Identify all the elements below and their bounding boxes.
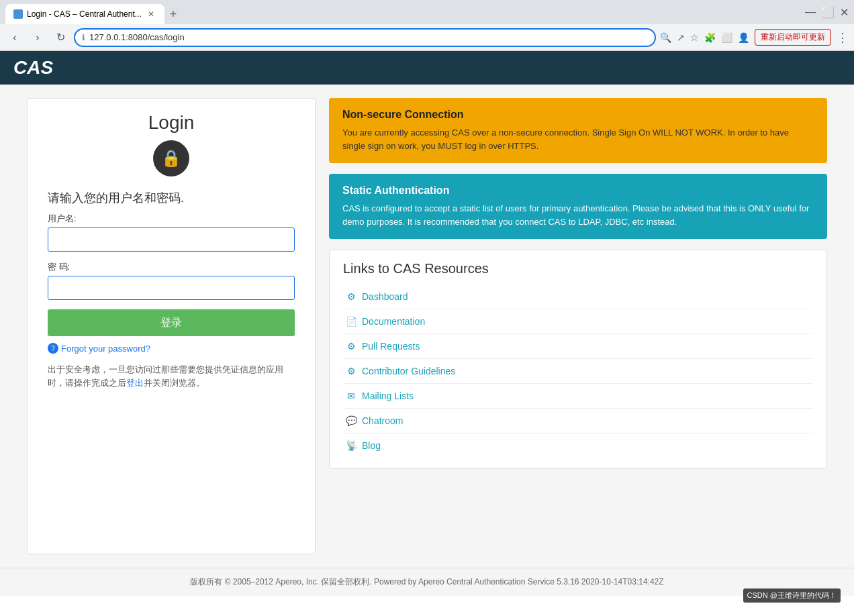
share-icon[interactable]: ↗ bbox=[677, 32, 685, 43]
cas-footer: 版权所有 © 2005–2012 Apereo, Inc. 保留全部权利. Po… bbox=[0, 568, 854, 596]
login-title: Login bbox=[48, 112, 295, 134]
documentation-icon: 📄 bbox=[346, 316, 357, 327]
window-controls: — ⬜ ✕ bbox=[805, 6, 849, 19]
extension-icon[interactable]: 🧩 bbox=[704, 32, 716, 43]
username-label: 用户名: bbox=[48, 213, 295, 225]
tab-close-button[interactable]: ✕ bbox=[146, 9, 156, 19]
browser-menu-button[interactable]: ⋮ bbox=[837, 30, 849, 45]
tab-favicon bbox=[13, 9, 23, 19]
dashboard-link[interactable]: Dashboard bbox=[362, 291, 408, 302]
links-box: Links to CAS Resources ⚙ Dashboard 📄 Doc… bbox=[329, 250, 827, 469]
static-auth-body: CAS is configured to accept a static lis… bbox=[342, 202, 814, 228]
back-button[interactable]: ‹ bbox=[5, 28, 24, 47]
security-note: 出于安全考虑，一旦您访问过那些需要您提供凭证信息的应用时，请操作完成之后登出并关… bbox=[48, 363, 295, 389]
forgot-password-link[interactable]: Forgot your password? bbox=[61, 344, 150, 354]
username-input[interactable] bbox=[48, 227, 295, 252]
blog-icon: 📡 bbox=[346, 440, 357, 451]
search-icon[interactable]: 🔍 bbox=[660, 32, 671, 43]
browser-navbar: ‹ › ↻ ℹ 127.0.0.1:8080/cas/login 🔍 ↗ ☆ 🧩… bbox=[0, 24, 854, 51]
warning-title: Non-secure Connection bbox=[342, 109, 814, 121]
cas-main: Login 🔒 请输入您的用户名和密码. 用户名: 密 码: 登录 ? Forg… bbox=[0, 85, 854, 568]
list-item: ✉ Mailing Lists bbox=[343, 383, 813, 408]
forward-button[interactable]: › bbox=[28, 28, 47, 47]
lock-icon-wrapper: 🔒 bbox=[48, 140, 295, 176]
url-text: 127.0.0.1:8080/cas/login bbox=[89, 32, 648, 42]
list-item: ⚙ Pull Requests bbox=[343, 333, 813, 358]
login-button[interactable]: 登录 bbox=[48, 309, 295, 336]
refresh-button[interactable]: ↻ bbox=[51, 28, 70, 47]
tab-title: Login - CAS – Central Authent... bbox=[27, 9, 142, 19]
list-item: ⚙ Contributor Guidelines bbox=[343, 358, 813, 383]
chatroom-link[interactable]: Chatroom bbox=[362, 415, 403, 426]
browser-titlebar: Login - CAS – Central Authent... ✕ + — ⬜… bbox=[0, 0, 854, 24]
right-panel: Non-secure Connection You are currently … bbox=[329, 98, 827, 554]
warning-body: You are currently accessing CAS over a n… bbox=[342, 126, 814, 152]
pull-requests-icon: ⚙ bbox=[346, 341, 357, 352]
list-item: 💬 Chatroom bbox=[343, 408, 813, 433]
list-item: 📄 Documentation bbox=[343, 309, 813, 333]
cas-header: CAS bbox=[0, 51, 854, 85]
address-bar[interactable]: ℹ 127.0.0.1:8080/cas/login bbox=[74, 28, 656, 47]
mailing-lists-link[interactable]: Mailing Lists bbox=[362, 391, 414, 401]
minimize-icon[interactable]: — bbox=[805, 6, 816, 18]
links-list: ⚙ Dashboard 📄 Documentation ⚙ Pull Reque… bbox=[343, 285, 813, 458]
browser-tabs: Login - CAS – Central Authent... ✕ + bbox=[5, 0, 182, 24]
dashboard-icon: ⚙ bbox=[346, 291, 357, 302]
warning-box: Non-secure Connection You are currently … bbox=[329, 98, 827, 163]
cas-logo: CAS bbox=[13, 57, 53, 79]
security-note-after: 并关闭浏览器。 bbox=[144, 378, 205, 388]
contributor-icon: ⚙ bbox=[346, 366, 357, 376]
csdn-watermark: CSDN @王维诗里的代码！ bbox=[743, 588, 841, 603]
new-tab-button[interactable]: + bbox=[164, 4, 183, 24]
close-window-icon[interactable]: ✕ bbox=[840, 6, 849, 19]
chatroom-icon: 💬 bbox=[346, 415, 357, 426]
mailing-icon: ✉ bbox=[346, 391, 357, 401]
help-icon: ? bbox=[48, 343, 58, 354]
list-item: ⚙ Dashboard bbox=[343, 285, 813, 309]
forgot-password-row: ? Forgot your password? bbox=[48, 343, 295, 354]
bookmark-icon[interactable]: ☆ bbox=[690, 32, 699, 43]
documentation-link[interactable]: Documentation bbox=[362, 316, 425, 327]
logout-link[interactable]: 登出 bbox=[126, 378, 144, 388]
browser-window: Login - CAS – Central Authent... ✕ + — ⬜… bbox=[0, 0, 854, 616]
blog-link[interactable]: Blog bbox=[362, 440, 381, 451]
lock-icon: 🔒 bbox=[153, 140, 189, 176]
lock-icon: ℹ bbox=[82, 33, 85, 42]
update-button[interactable]: 重新启动即可更新 bbox=[755, 29, 831, 46]
profile-icon[interactable]: ⬜ bbox=[721, 32, 732, 43]
user-icon[interactable]: 👤 bbox=[738, 32, 749, 43]
password-input[interactable] bbox=[48, 276, 295, 300]
static-auth-title: Static Authentication bbox=[342, 185, 814, 197]
password-label: 密 码: bbox=[48, 261, 295, 273]
page-content: CAS Login 🔒 请输入您的用户名和密码. 用户名: 密 码: 登录 ? … bbox=[0, 51, 854, 616]
active-tab[interactable]: Login - CAS – Central Authent... ✕ bbox=[5, 4, 164, 24]
footer-text: 版权所有 © 2005–2012 Apereo, Inc. 保留全部权利. Po… bbox=[190, 577, 663, 586]
toolbar-actions: 🔍 ↗ ☆ 🧩 ⬜ 👤 重新启动即可更新 ⋮ bbox=[660, 29, 849, 46]
list-item: 📡 Blog bbox=[343, 433, 813, 458]
login-panel: Login 🔒 请输入您的用户名和密码. 用户名: 密 码: 登录 ? Forg… bbox=[27, 98, 316, 554]
maximize-icon[interactable]: ⬜ bbox=[821, 6, 835, 19]
static-auth-box: Static Authentication CAS is configured … bbox=[329, 174, 827, 239]
login-subtitle: 请输入您的用户名和密码. bbox=[48, 190, 295, 206]
contributor-guidelines-link[interactable]: Contributor Guidelines bbox=[362, 366, 455, 376]
links-title: Links to CAS Resources bbox=[343, 261, 813, 276]
pull-requests-link[interactable]: Pull Requests bbox=[362, 341, 420, 352]
